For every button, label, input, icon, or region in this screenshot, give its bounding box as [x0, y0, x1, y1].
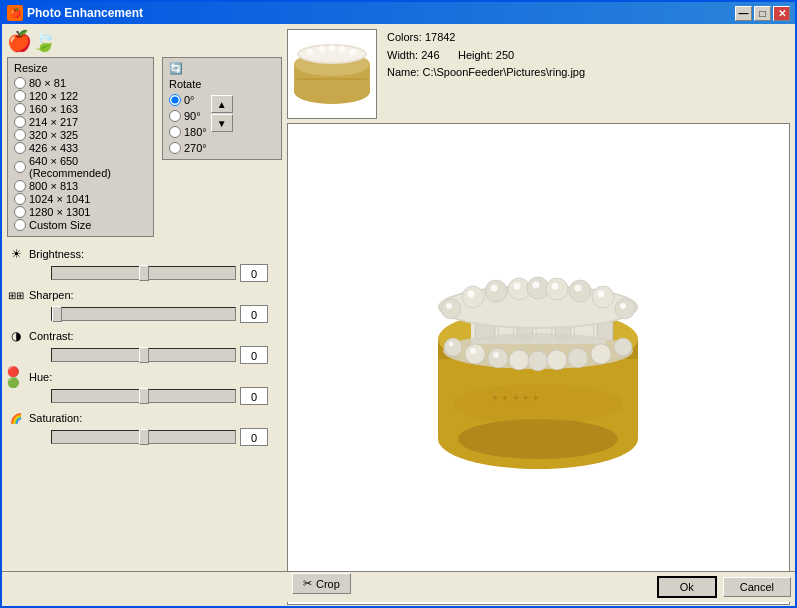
contrast-value: 0 [240, 346, 268, 364]
sharpen-track-row: 0 [29, 305, 282, 323]
sharpen-slider[interactable] [51, 307, 236, 321]
close-button[interactable]: ✕ [773, 6, 790, 21]
svg-point-15 [458, 419, 618, 459]
rotate-option-3: 270° [169, 142, 207, 154]
svg-point-63 [470, 348, 476, 354]
rotate-arrows: ▲ ▼ [211, 95, 233, 132]
resize-radio-4[interactable] [14, 129, 26, 141]
brightness-slider[interactable] [51, 266, 236, 280]
slider-sharpen-label-row: ⊞⊞ Sharpen: [7, 286, 282, 304]
resize-radio-6[interactable] [14, 161, 26, 173]
resize-radio-9[interactable] [14, 206, 26, 218]
ok-button[interactable]: Ok [657, 576, 717, 598]
main-image-container: ✦ ✦ ✦ ✦ ✦ [287, 123, 790, 605]
svg-point-39 [546, 278, 568, 300]
svg-point-57 [528, 351, 548, 371]
left-panel: 🍎🍃 Resize 80 × 81 120 × 122 [7, 29, 282, 605]
svg-point-62 [449, 342, 454, 347]
scissors-icon: ✂ [303, 577, 312, 590]
rotate-label: Rotate [169, 78, 275, 90]
resize-radio-10[interactable] [14, 219, 26, 231]
slider-contrast-label-row: ◑ Contrast: [7, 327, 282, 345]
slider-saturation: 🌈 Saturation: 0 [7, 409, 282, 446]
svg-point-5 [307, 49, 313, 55]
crop-button[interactable]: ✂ Crop [292, 573, 351, 594]
top-right-section: Colors: 17842 Width: 246 Height: 250 Nam… [287, 29, 790, 119]
resize-radio-3[interactable] [14, 116, 26, 128]
hue-label: Hue: [29, 371, 52, 383]
rotate-radio-2[interactable] [169, 126, 181, 138]
resize-radio-7[interactable] [14, 180, 26, 192]
resize-option-4: 320 × 325 [14, 129, 147, 141]
resize-radio-1[interactable] [14, 90, 26, 102]
contrast-label: Contrast: [29, 330, 74, 342]
saturation-icon: 🌈 [7, 409, 25, 427]
main-window: 🍎 Photo Enhancement — □ ✕ 🍎🍃 Resize [0, 0, 797, 608]
maximize-button[interactable]: □ [754, 6, 771, 21]
saturation-track-row: 0 [29, 428, 282, 446]
rotate-radio-3[interactable] [169, 142, 181, 154]
svg-point-45 [491, 285, 498, 292]
saturation-slider[interactable] [51, 430, 236, 444]
cancel-button[interactable]: Cancel [723, 577, 791, 597]
resize-radio-2[interactable] [14, 103, 26, 115]
contrast-slider[interactable] [51, 348, 236, 362]
svg-point-40 [569, 280, 591, 302]
svg-point-44 [468, 291, 475, 298]
slider-contrast: ◑ Contrast: 0 [7, 327, 282, 364]
hue-slider[interactable] [51, 389, 236, 403]
svg-point-37 [508, 278, 530, 300]
brightness-label: Brightness: [29, 248, 84, 260]
svg-point-38 [527, 277, 549, 299]
resize-radio-0[interactable] [14, 77, 26, 89]
thumbnail-image [290, 34, 375, 114]
svg-point-42 [615, 299, 635, 319]
svg-point-58 [547, 350, 567, 370]
rotate-radio-1[interactable] [169, 110, 181, 122]
svg-point-48 [552, 283, 559, 290]
right-panel: Colors: 17842 Width: 246 Height: 250 Nam… [287, 29, 790, 605]
hue-icon: 🔴🟢 [7, 368, 25, 386]
contrast-icon: ◑ [7, 327, 25, 345]
svg-point-43 [446, 303, 452, 309]
resize-option-3: 214 × 217 [14, 116, 147, 128]
image-name: Name: C:\SpoonFeeder\Pictures\ring.jpg [387, 64, 585, 82]
sharpen-value: 0 [240, 305, 268, 323]
slider-sharpen: ⊞⊞ Sharpen: 0 [7, 286, 282, 323]
resize-option-5: 426 × 433 [14, 142, 147, 154]
svg-point-41 [592, 286, 614, 308]
title-bar-left: 🍎 Photo Enhancement [7, 5, 143, 21]
image-colors: Colors: 17842 [387, 29, 585, 47]
sharpen-icon: ⊞⊞ [7, 286, 25, 304]
resize-option-2: 160 × 163 [14, 103, 147, 115]
resize-option-10: Custom Size [14, 219, 147, 231]
title-bar: 🍎 Photo Enhancement — □ ✕ [2, 2, 795, 24]
resize-box: Resize 80 × 81 120 × 122 160 × 163 [7, 57, 154, 237]
resize-option-1: 120 × 122 [14, 90, 147, 102]
slider-saturation-label-row: 🌈 Saturation: [7, 409, 282, 427]
resize-radio-5[interactable] [14, 142, 26, 154]
svg-point-53 [444, 338, 462, 356]
svg-point-56 [509, 350, 529, 370]
rotate-up-button[interactable]: ▲ [211, 95, 233, 113]
brightness-track-row: 0 [29, 264, 282, 282]
svg-point-34 [441, 299, 461, 319]
saturation-label: Saturation: [29, 412, 82, 424]
brightness-icon: ☀ [7, 245, 25, 263]
svg-point-36 [485, 280, 507, 302]
hue-value: 0 [240, 387, 268, 405]
rotate-option-2: 180° [169, 126, 207, 138]
svg-rect-10 [296, 78, 368, 80]
bottom-bar: ✂ Crop Ok Cancel [2, 571, 795, 602]
svg-point-9 [350, 49, 356, 55]
resize-option-7: 800 × 813 [14, 180, 147, 192]
svg-point-61 [614, 338, 632, 356]
main-image: ✦ ✦ ✦ ✦ ✦ [431, 239, 646, 489]
minimize-button[interactable]: — [735, 6, 752, 21]
resize-option-6: 640 × 650 (Recommended) [14, 155, 147, 179]
rotate-down-button[interactable]: ▼ [211, 114, 233, 132]
top-section: Resize 80 × 81 120 × 122 160 × 163 [7, 57, 282, 237]
resize-radio-8[interactable] [14, 193, 26, 205]
rotate-icon: 🔄 [169, 62, 183, 75]
rotate-radio-0[interactable] [169, 94, 181, 106]
